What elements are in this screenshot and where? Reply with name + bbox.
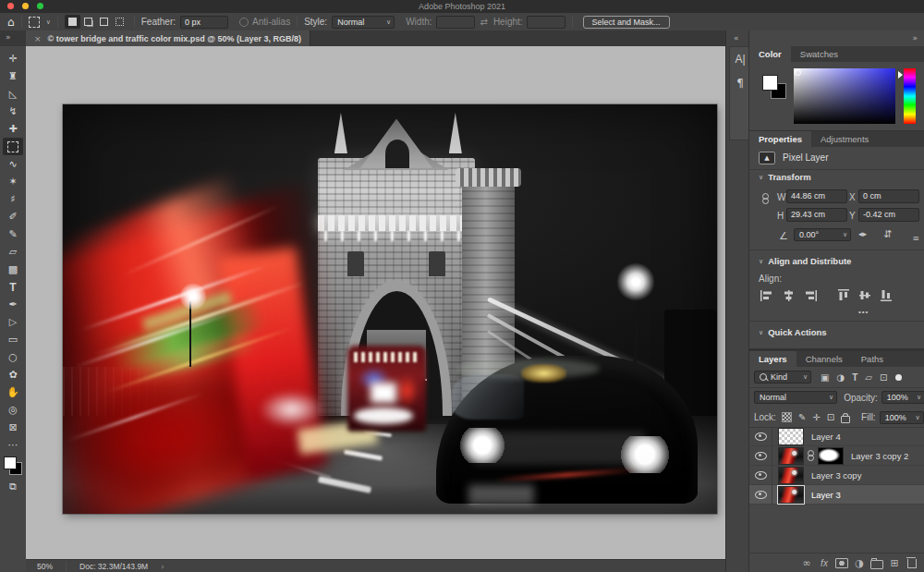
link-dimensions-icon[interactable]: [762, 193, 769, 205]
foreground-color-swatch[interactable]: [762, 75, 778, 91]
width-input[interactable]: [436, 16, 475, 29]
path-selection-tool[interactable]: ▷: [0, 313, 26, 331]
quick-mask-icon[interactable]: ⧉: [0, 478, 26, 495]
add-to-selection-button[interactable]: [80, 15, 96, 29]
height-value-input[interactable]: 29.43 cm: [786, 208, 847, 222]
eyedropper-tool[interactable]: ✐: [0, 208, 26, 225]
layer-thumbnail[interactable]: [778, 428, 804, 445]
new-selection-button[interactable]: [65, 15, 80, 29]
feather-input[interactable]: 0 px: [180, 16, 228, 29]
swap-width-height-icon[interactable]: ⇄: [480, 17, 488, 27]
new-adjustment-layer-icon[interactable]: ◑: [852, 556, 867, 569]
pen-tool[interactable]: ✒: [0, 296, 26, 313]
edit-toolbar-icon[interactable]: ⋯: [0, 436, 26, 454]
width-value-input[interactable]: 44.86 cm: [786, 189, 847, 203]
lock-all-icon[interactable]: [841, 416, 850, 423]
fill-select[interactable]: 100% ∨: [880, 411, 924, 424]
layer-row-layer3copy2[interactable]: Layer 3 copy 2: [749, 446, 924, 466]
tab-swatches[interactable]: Swatches: [791, 46, 847, 62]
crop-tool[interactable]: ♯: [0, 190, 26, 208]
height-input[interactable]: [527, 16, 565, 29]
align-left-edges-button[interactable]: [760, 290, 772, 301]
hand-tool[interactable]: ✋: [0, 383, 26, 401]
new-layer-icon[interactable]: ⊞: [887, 556, 902, 569]
layer-row-layer3-selected[interactable]: Layer 3: [749, 485, 924, 505]
tab-properties[interactable]: Properties: [749, 131, 811, 147]
lock-position-icon[interactable]: ✛: [812, 412, 820, 422]
foreground-color-swatch[interactable]: [4, 456, 17, 469]
select-and-mask-button[interactable]: Select and Mask...: [583, 16, 670, 29]
magnetic-lasso-tool[interactable]: ↯: [0, 103, 26, 120]
type-tool[interactable]: T: [0, 278, 26, 296]
spot-healing-brush-tool[interactable]: ✚: [0, 120, 26, 138]
align-vertical-centers-button[interactable]: [859, 289, 870, 301]
link-layers-icon[interactable]: ∞: [799, 556, 814, 569]
tab-channels[interactable]: Channels: [796, 351, 852, 367]
zoom-level-field[interactable]: 50%: [37, 562, 53, 571]
tab-paths[interactable]: Paths: [852, 351, 893, 367]
layer-thumbnail[interactable]: [778, 486, 804, 504]
layer-mask-link-icon[interactable]: [808, 450, 814, 462]
layer-row-layer4[interactable]: Layer 4: [749, 427, 924, 446]
delete-layer-icon[interactable]: [905, 556, 919, 569]
dock-collapse-icon[interactable]: »: [912, 33, 918, 43]
quick-actions-header[interactable]: ∨ Quick Actions: [759, 327, 827, 337]
clone-stamp-tool[interactable]: ♜: [0, 67, 26, 85]
align-right-edges-button[interactable]: [805, 290, 817, 301]
tab-color[interactable]: Color: [749, 46, 791, 62]
lock-image-pixels-icon[interactable]: ✎: [798, 412, 806, 422]
brush-tool[interactable]: ✎: [0, 225, 26, 243]
tool-preset-picker[interactable]: ∨: [29, 17, 51, 28]
layer-name[interactable]: Layer 4: [811, 432, 841, 442]
rectangular-marquee-tool[interactable]: [3, 138, 23, 155]
dock-collapse-icon[interactable]: «: [734, 33, 739, 43]
character-panel-icon[interactable]: A|: [730, 47, 750, 71]
align-top-edges-button[interactable]: [838, 289, 849, 301]
layer-thumbnail[interactable]: [778, 467, 804, 484]
layer-mask-thumbnail[interactable]: [818, 447, 844, 465]
layer-name[interactable]: Layer 3: [811, 490, 841, 500]
foreground-background-swatches[interactable]: [4, 456, 22, 475]
document-tab[interactable]: × © tower bridge and traffic color mix.p…: [26, 30, 310, 46]
panel-menu-icon[interactable]: ≡: [912, 234, 919, 243]
close-icon[interactable]: ×: [34, 34, 42, 43]
move-tool[interactable]: ✛: [0, 50, 26, 67]
color-saturation-box[interactable]: [794, 68, 895, 124]
quick-selection-tool[interactable]: ✶: [0, 173, 26, 190]
blend-mode-select[interactable]: Normal ∨: [754, 391, 837, 404]
photo-canvas[interactable]: [63, 104, 717, 514]
style-select[interactable]: Normal ∨: [332, 16, 395, 29]
frame-tool[interactable]: ⊠: [0, 419, 26, 436]
polygonal-lasso-tool[interactable]: ◺: [0, 85, 26, 103]
filter-adjustment-layers-icon[interactable]: ◑: [836, 372, 845, 383]
layer-name[interactable]: Layer 3 copy: [811, 470, 861, 481]
x-value-input[interactable]: 0 cm: [858, 189, 919, 203]
hue-strip[interactable]: [904, 68, 916, 124]
visibility-toggle[interactable]: [749, 485, 772, 504]
subtract-from-selection-button[interactable]: [96, 15, 112, 29]
home-icon[interactable]: ⌂: [7, 16, 15, 29]
visibility-toggle[interactable]: [749, 466, 772, 484]
filter-shape-layers-icon[interactable]: ▱: [865, 372, 872, 383]
ellipse-tool[interactable]: ○: [0, 348, 26, 366]
visibility-toggle[interactable]: [749, 427, 772, 445]
add-layer-mask-icon[interactable]: [834, 556, 849, 569]
flip-horizontal-icon[interactable]: ◂▸: [858, 229, 867, 238]
transform-section-header[interactable]: ∨ Transform: [759, 172, 811, 182]
rotation-angle-select[interactable]: 0.00° ∨: [794, 228, 851, 241]
gradient-tool[interactable]: ▩: [0, 261, 26, 278]
filter-smart-objects-icon[interactable]: ⊡: [880, 372, 887, 383]
paragraph-panel-icon[interactable]: ¶: [730, 71, 750, 95]
layer-name[interactable]: Layer 3 copy 2: [851, 451, 908, 461]
tab-layers[interactable]: Layers: [749, 351, 796, 367]
zoom-tool[interactable]: ◎: [0, 401, 26, 419]
layer-style-icon[interactable]: fx: [817, 556, 832, 569]
anti-alias-checkbox[interactable]: Anti-alias: [239, 17, 290, 27]
lock-artboard-icon[interactable]: ⊡: [827, 412, 834, 422]
canvas-area[interactable]: [26, 46, 725, 559]
more-options-icon[interactable]: •••: [858, 308, 869, 316]
lasso-tool[interactable]: ∿: [0, 155, 26, 173]
new-group-icon[interactable]: [869, 556, 884, 569]
tab-adjustments[interactable]: Adjustments: [811, 131, 878, 147]
y-value-input[interactable]: -0.42 cm: [858, 208, 919, 222]
